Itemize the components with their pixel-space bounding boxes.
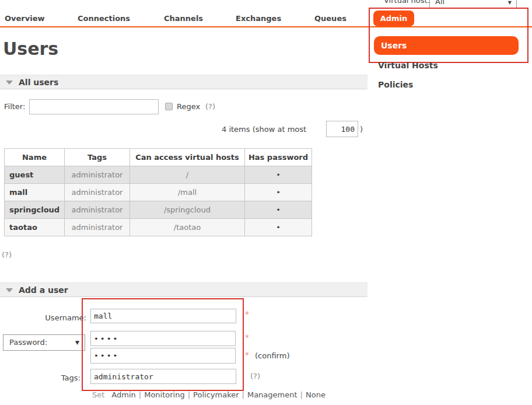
user-vhosts: /springcloud	[130, 201, 245, 219]
tag-link-policymaker[interactable]: Policymaker	[193, 390, 239, 399]
separator: |	[300, 390, 303, 399]
user-vhosts: /taotao	[130, 219, 245, 236]
user-name-link[interactable]: guest	[5, 166, 65, 184]
filter-label: Filter:	[4, 102, 25, 111]
table-row: mall administrator /mall •	[5, 184, 312, 201]
user-tags: administrator	[65, 201, 130, 219]
page-title: Users	[3, 39, 58, 59]
collapse-arrow-icon	[6, 81, 13, 85]
password-confirm-input[interactable]	[90, 348, 236, 364]
sidebar-item-users[interactable]: Users	[374, 36, 519, 55]
username-label: Username:	[35, 313, 86, 322]
virtual-host-select[interactable]: All ▼	[429, 0, 517, 8]
tags-input[interactable]	[90, 369, 236, 384]
table-help-link[interactable]: (?)	[2, 250, 12, 259]
password-input[interactable]	[90, 331, 236, 346]
confirm-note: (confirm)	[255, 351, 289, 360]
user-vhosts: /	[130, 166, 245, 184]
table-row: taotao administrator /taotao •	[5, 219, 312, 236]
user-vhosts: /mall	[130, 184, 245, 201]
column-header-vhosts: Can access virtual hosts	[130, 149, 245, 166]
tab-admin[interactable]: Admin	[373, 11, 414, 26]
virtual-host-label: Virtual host:	[384, 0, 430, 5]
column-header-name: Name	[5, 149, 65, 166]
users-table: Name Tags Can access virtual hosts Has p…	[4, 148, 312, 236]
separator: |	[188, 390, 190, 399]
filter-input[interactable]	[29, 99, 159, 114]
regex-label: Regex	[177, 102, 200, 111]
user-tags: administrator	[65, 166, 130, 184]
tag-shortcut-row: SetAdmin|Monitoring|Policymaker|Manageme…	[92, 390, 326, 399]
password-type-selected-value: Password:	[9, 338, 47, 347]
tags-label: Tags:	[55, 373, 80, 382]
required-asterisk: *	[245, 350, 249, 359]
has-password-dot: •	[245, 219, 312, 236]
tag-link-none[interactable]: None	[306, 390, 326, 399]
required-asterisk: *	[245, 309, 249, 319]
tag-link-monitoring[interactable]: Monitoring	[144, 390, 185, 399]
has-password-dot: •	[245, 184, 312, 201]
user-name-link[interactable]: taotao	[5, 219, 65, 236]
show-at-most-input[interactable]	[326, 121, 358, 137]
user-name-link[interactable]: mall	[5, 184, 65, 201]
rabbitmq-users-page: Virtual host: All ▼ Overview Connections…	[0, 0, 532, 405]
tags-help-link[interactable]: (?)	[250, 372, 260, 380]
column-header-has-password: Has password	[245, 149, 312, 166]
tag-link-management[interactable]: Management	[247, 390, 298, 399]
virtual-host-selected-value: All	[435, 0, 444, 6]
tab-queues[interactable]: Queues	[314, 14, 346, 23]
tab-connections[interactable]: Connections	[78, 14, 130, 23]
sidebar-item-virtual-hosts[interactable]: Virtual Hosts	[378, 61, 438, 70]
table-row: guest administrator / •	[5, 166, 312, 184]
set-label: Set	[92, 390, 104, 399]
tab-exchanges[interactable]: Exchanges	[236, 14, 281, 23]
user-tags: administrator	[65, 219, 130, 236]
column-header-tags: Tags	[65, 149, 130, 166]
items-count-close-paren: )	[360, 125, 363, 134]
regex-help-link[interactable]: (?)	[205, 102, 215, 111]
user-tags: administrator	[65, 184, 130, 201]
regex-checkbox[interactable]	[165, 103, 173, 110]
items-count-text: 4 items (show at most	[222, 125, 306, 134]
all-users-section-header[interactable]: All users	[0, 75, 368, 89]
tag-link-admin[interactable]: Admin	[111, 390, 135, 399]
separator: |	[242, 390, 244, 399]
tab-overview[interactable]: Overview	[5, 14, 45, 23]
nav-underline	[0, 26, 532, 27]
table-row: springcloud administrator /springcloud •	[5, 201, 312, 219]
required-asterisk: *	[245, 333, 249, 342]
has-password-dot: •	[245, 201, 312, 219]
all-users-section-title: All users	[19, 78, 58, 87]
has-password-dot: •	[245, 166, 312, 184]
chevron-down-icon: ▼	[75, 340, 79, 345]
add-user-section-header[interactable]: Add a user	[0, 282, 368, 297]
user-name-link[interactable]: springcloud	[5, 201, 65, 219]
sidebar-item-policies[interactable]: Policies	[378, 80, 413, 89]
table-header-row: Name Tags Can access virtual hosts Has p…	[5, 149, 312, 166]
add-user-section-title: Add a user	[19, 285, 68, 295]
chevron-down-icon: ▼	[508, 0, 512, 5]
separator: |	[139, 390, 141, 399]
collapse-arrow-icon	[6, 288, 13, 292]
tab-channels[interactable]: Channels	[164, 14, 203, 23]
username-input[interactable]	[90, 309, 236, 323]
password-type-select[interactable]: Password: ▼	[3, 334, 85, 351]
